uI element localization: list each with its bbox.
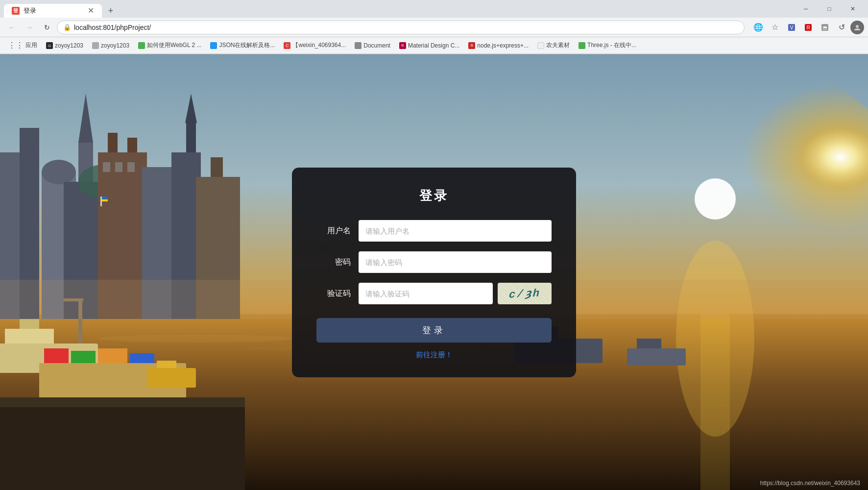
captcha-group: c/ȝh (359, 283, 552, 304)
nongfu-icon (537, 42, 544, 49)
document-icon (355, 42, 362, 49)
svg-rect-26 (103, 162, 110, 172)
tab-close-button[interactable]: ✕ (88, 7, 94, 15)
bookmark-json[interactable]: JSON在线解析及格... (206, 40, 279, 50)
close-button[interactable]: ✕ (842, 0, 864, 18)
browser-chrome: 登 登录 ✕ + ─ □ ✕ ← → ↻ 🔒 localhost:801/php… (0, 0, 868, 54)
bookmarks-bar: ⋮⋮ 应用 G zoyoy1203 zoyoy1203 如何使用WebGL 2 … (0, 37, 868, 54)
tab-title: 登录 (24, 6, 36, 15)
svg-rect-39 (5, 329, 54, 343)
bookmark-github-label: zoyoy1203 (55, 42, 83, 49)
github-icon: G (46, 42, 53, 49)
svg-rect-44 (44, 348, 69, 363)
login-title: 登录 (316, 187, 552, 204)
zoyoy2-icon (92, 42, 99, 49)
bookmark-document[interactable]: Document (351, 41, 394, 50)
svg-rect-49 (147, 368, 196, 388)
svg-rect-35 (100, 196, 102, 206)
window-controls: ─ □ ✕ (795, 0, 864, 18)
svg-rect-28 (127, 162, 135, 172)
bookmark-button[interactable]: ☆ (767, 20, 783, 35)
bookmark-material[interactable]: B Material Design C... (395, 41, 463, 50)
bookmark-nodejs[interactable]: B node.js+express+... (464, 41, 532, 50)
url-text: localhost:801/phpProject/ (74, 24, 738, 31)
bookmark-threejs-label: Three.js - 在线中... (587, 41, 636, 49)
extension4-button[interactable]: ↺ (834, 20, 849, 35)
svg-rect-57 (0, 407, 245, 490)
svg-rect-37 (102, 199, 108, 201)
svg-text:R: R (806, 25, 810, 30)
bookmark-nodejs-label: node.js+express+... (477, 42, 529, 49)
password-input[interactable] (359, 251, 552, 273)
bookmark-weixin-label: 【weixin_4069364... (292, 41, 346, 49)
bookmark-weixin[interactable]: C 【weixin_4069364... (280, 40, 350, 50)
tab-favicon: 登 (12, 7, 20, 15)
bookmark-webgl[interactable]: 如何使用WebGL 2 ... (134, 40, 205, 50)
bookmark-nongfu[interactable]: 农夫素材 (533, 40, 574, 50)
password-label: 密码 (316, 257, 351, 268)
bookmark-nongfu-label: 农夫素材 (546, 41, 570, 49)
back-button[interactable]: ← (4, 20, 20, 35)
bookmark-zoyoy2[interactable]: zoyoy1203 (88, 41, 133, 50)
login-card: 登录 用户名 密码 验证码 c/ȝh 登录 前往注册！ (292, 168, 576, 377)
login-button[interactable]: 登录 (316, 318, 552, 343)
bookmark-webgl-label: 如何使用WebGL 2 ... (147, 41, 201, 49)
username-input[interactable] (359, 220, 552, 242)
bookmark-threejs[interactable]: Three.js - 在线中... (575, 40, 640, 50)
bookmark-zoyoy2-label: zoyoy1203 (101, 42, 129, 49)
svg-rect-50 (157, 361, 176, 368)
json-icon (210, 42, 217, 49)
svg-rect-54 (627, 348, 686, 366)
page-content: 登录 用户名 密码 验证码 c/ȝh 登录 前往注册！ (0, 54, 868, 490)
register-link[interactable]: 前往注册！ (416, 350, 453, 359)
svg-rect-40 (20, 319, 39, 329)
captcha-row: 验证码 c/ȝh (316, 283, 552, 304)
watermark: https://blog.csdn.net/weixin_40693643 (760, 480, 860, 487)
bookmark-github[interactable]: G zoyoy1203 (42, 41, 87, 50)
svg-rect-47 (130, 353, 154, 363)
extension3-button[interactable]: ⬒ (817, 20, 833, 35)
svg-text:⬒: ⬒ (823, 25, 827, 30)
toolbar-icons: 🌐 ☆ V R ⬒ ↺ (750, 20, 864, 35)
reload-button[interactable]: ↻ (39, 20, 55, 35)
svg-rect-14 (700, 314, 730, 490)
bookmark-json-label: JSON在线解析及格... (219, 41, 275, 49)
extension1-button[interactable]: V (784, 20, 799, 35)
svg-text:G: G (48, 44, 51, 48)
translate-button[interactable]: 🌐 (750, 20, 766, 35)
forward-button[interactable]: → (22, 20, 37, 35)
address-bar: ← → ↻ 🔒 localhost:801/phpProject/ 🌐 ☆ V … (0, 18, 868, 37)
material-icon: B (399, 42, 406, 49)
svg-rect-31 (186, 123, 196, 152)
apps-label: 应用 (25, 41, 37, 49)
svg-rect-34 (211, 157, 223, 177)
svg-point-11 (695, 178, 736, 220)
password-row: 密码 (316, 251, 552, 273)
nodejs-icon: B (468, 42, 475, 49)
active-tab[interactable]: 登 登录 ✕ (4, 4, 102, 18)
username-row: 用户名 (316, 220, 552, 242)
svg-rect-24 (108, 133, 118, 152)
bookmark-apps[interactable]: ⋮⋮ 应用 (4, 40, 41, 51)
security-icon: 🔒 (63, 24, 71, 31)
url-bar[interactable]: 🔒 localhost:801/phpProject/ (57, 21, 745, 34)
profile-button[interactable] (850, 21, 864, 34)
captcha-label: 验证码 (316, 289, 351, 299)
username-label: 用户名 (316, 226, 351, 236)
svg-rect-45 (71, 351, 96, 363)
captcha-text: c/ȝh (508, 286, 541, 301)
svg-point-58 (98, 335, 294, 343)
extension2-button[interactable]: R (800, 20, 816, 35)
svg-point-6 (856, 25, 859, 28)
threejs-icon (579, 42, 585, 49)
bookmark-material-label: Material Design C... (408, 42, 459, 49)
captcha-image[interactable]: c/ȝh (498, 283, 552, 304)
svg-rect-55 (637, 339, 661, 348)
new-tab-button[interactable]: + (104, 4, 118, 18)
title-bar: 登 登录 ✕ + ─ □ ✕ (0, 0, 868, 18)
minimize-button[interactable]: ─ (795, 0, 817, 18)
captcha-input[interactable] (359, 283, 493, 304)
weixin-icon: C (284, 42, 290, 49)
maximize-button[interactable]: □ (818, 0, 841, 18)
svg-point-18 (42, 160, 76, 184)
